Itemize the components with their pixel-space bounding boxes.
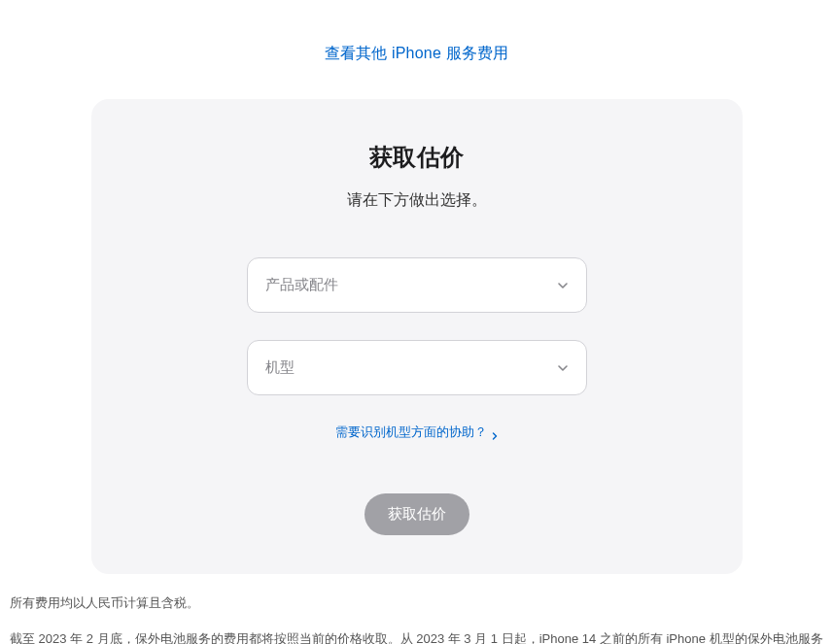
card-subtitle: 请在下方做出选择。	[130, 190, 704, 211]
footnote-price-increase: 截至 2023 年 2 月底，保外电池服务的费用都将按照当前的价格收取。从 20…	[10, 627, 823, 644]
product-select-label: 产品或配件	[265, 276, 338, 294]
footnote-text: 截至 2023 年 2 月底，保外电池服务的费用都将按照当前的价格收取。从 20…	[10, 631, 823, 644]
model-select[interactable]: 机型	[247, 340, 587, 395]
estimate-card: 获取估价 请在下方做出选择。 产品或配件 机型 需要识别机型方面的协助？ 获取估…	[91, 99, 743, 574]
identify-model-help-link[interactable]: 需要识别机型方面的协助？	[335, 424, 499, 441]
get-estimate-button[interactable]: 获取估价	[364, 493, 469, 535]
product-select[interactable]: 产品或配件	[247, 257, 587, 313]
model-select-label: 机型	[265, 358, 295, 377]
card-title: 获取估价	[130, 142, 704, 173]
footnotes: 所有费用均以人民币计算且含税。 截至 2023 年 2 月底，保外电池服务的费用…	[10, 574, 823, 644]
chevron-right-icon	[491, 428, 499, 436]
other-fees-link[interactable]: 查看其他 iPhone 服务费用	[10, 44, 823, 64]
chevron-down-icon	[557, 362, 569, 374]
chevron-down-icon	[557, 280, 569, 291]
footnote-currency: 所有费用均以人民币计算且含税。	[10, 592, 823, 614]
help-link-label: 需要识别机型方面的协助？	[335, 424, 487, 441]
